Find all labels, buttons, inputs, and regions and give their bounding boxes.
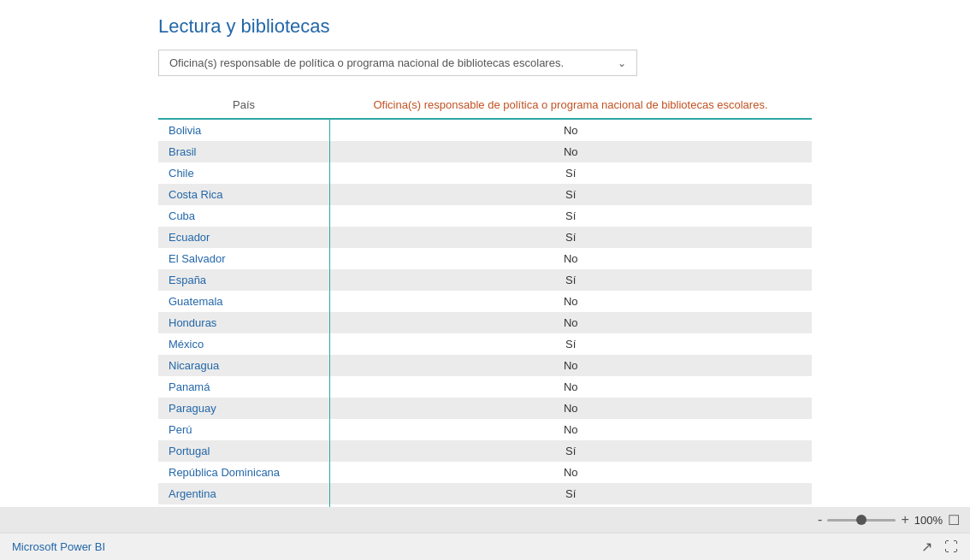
col-header-pais: País — [158, 91, 329, 119]
table-row: BrasilNo — [158, 141, 812, 162]
value-cell: Sí — [329, 205, 812, 227]
powerbi-link[interactable]: Microsoft Power BI — [12, 540, 105, 553]
table-row: ChileSí — [158, 162, 812, 184]
country-cell: Perú — [158, 419, 329, 440]
zoom-out-button[interactable]: - — [818, 513, 822, 527]
table-row: BoliviaNo — [158, 119, 812, 141]
zoom-percent-label: 100% — [914, 514, 943, 527]
table-row: El SalvadorNo — [158, 248, 812, 269]
page-title: Lectura y bibliotecas — [158, 15, 812, 38]
country-cell: Bolivia — [158, 119, 329, 141]
fullscreen-button[interactable]: ⛶ — [944, 539, 958, 555]
table-row: PerúNo — [158, 419, 812, 440]
filter-dropdown[interactable]: Oficina(s) responsable de política o pro… — [158, 50, 637, 76]
table-row: MéxicoSí — [158, 333, 812, 355]
value-cell: Sí — [329, 184, 812, 205]
table-row: República DominicanaNo — [158, 462, 812, 483]
main-content: Lectura y bibliotecas Oficina(s) respons… — [0, 0, 970, 507]
country-cell: Chile — [158, 162, 329, 184]
table-body: BoliviaNoBrasilNoChileSíCosta RicaSíCuba… — [158, 119, 812, 507]
value-cell: No — [329, 312, 812, 333]
dropdown-container: Oficina(s) responsable de política o pro… — [158, 50, 812, 76]
value-cell: Sí — [329, 483, 812, 504]
value-cell: No — [329, 419, 812, 440]
table-row: CubaSí — [158, 205, 812, 227]
value-cell: No — [329, 376, 812, 398]
value-cell: No — [329, 398, 812, 419]
data-table-wrapper: País Oficina(s) responsable de política … — [158, 91, 812, 507]
value-cell: No — [329, 141, 812, 162]
country-cell: Honduras — [158, 312, 329, 333]
table-row: ParaguayNo — [158, 398, 812, 419]
value-cell: Sí — [329, 227, 812, 248]
country-cell: México — [158, 333, 329, 355]
zoom-slider-track[interactable] — [827, 519, 896, 522]
value-cell: Sí — [329, 162, 812, 184]
country-cell: Brasil — [158, 141, 329, 162]
country-cell: República Dominicana — [158, 462, 329, 483]
table-row: HondurasNo — [158, 312, 812, 333]
data-table: País Oficina(s) responsable de política … — [158, 91, 812, 507]
value-cell: No — [329, 248, 812, 269]
value-cell: No — [329, 291, 812, 312]
country-cell: Cuba — [158, 205, 329, 227]
share-button[interactable]: ↗ — [921, 539, 932, 555]
value-cell: No — [329, 119, 812, 141]
country-cell: España — [158, 269, 329, 291]
country-cell: Argentina — [158, 483, 329, 504]
value-cell: Sí — [329, 269, 812, 291]
country-cell: Costa Rica — [158, 184, 329, 205]
value-cell: Sí — [329, 440, 812, 462]
table-row: NicaraguaNo — [158, 355, 812, 376]
footer-bar: Microsoft Power BI ↗ ⛶ — [0, 533, 970, 560]
dropdown-label: Oficina(s) responsable de política o pro… — [169, 56, 564, 69]
table-row: PanamáNo — [158, 376, 812, 398]
table-row: EspañaSí — [158, 269, 812, 291]
zoom-in-button[interactable]: + — [901, 513, 908, 527]
country-cell: Paraguay — [158, 398, 329, 419]
table-row: EcuadorSí — [158, 227, 812, 248]
table-header-row: País Oficina(s) responsable de política … — [158, 91, 812, 119]
value-cell: No — [329, 355, 812, 376]
zoom-slider-thumb — [856, 515, 866, 525]
footer-icons: ↗ ⛶ — [921, 539, 958, 555]
chevron-down-icon: ⌄ — [618, 57, 626, 69]
country-cell: Guatemala — [158, 291, 329, 312]
country-cell: Nicaragua — [158, 355, 329, 376]
table-row: PortugalSí — [158, 440, 812, 462]
bottom-bar: - + 100% ☐ — [0, 507, 970, 533]
value-cell: Sí — [329, 333, 812, 355]
fit-page-button[interactable]: ☐ — [948, 512, 960, 528]
country-cell: Portugal — [158, 440, 329, 462]
table-row: Costa RicaSí — [158, 184, 812, 205]
table-row: ArgentinaSí — [158, 483, 812, 504]
table-row: GuatemalaNo — [158, 291, 812, 312]
country-cell: Ecuador — [158, 227, 329, 248]
value-cell: No — [329, 462, 812, 483]
country-cell: Panamá — [158, 376, 329, 398]
col-header-oficina: Oficina(s) responsable de política o pro… — [329, 91, 812, 119]
country-cell: El Salvador — [158, 248, 329, 269]
zoom-control: - + 100% ☐ — [818, 512, 960, 528]
